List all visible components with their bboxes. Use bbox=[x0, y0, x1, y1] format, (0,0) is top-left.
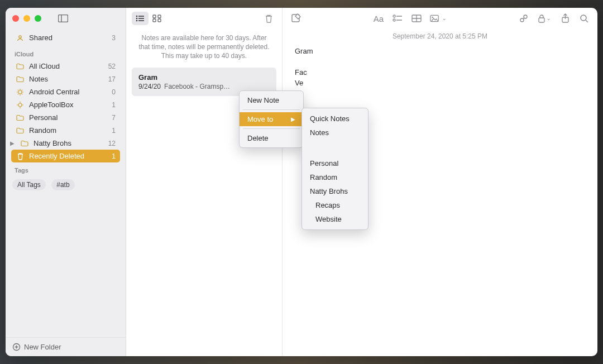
svg-rect-0 bbox=[59, 15, 68, 22]
list-view-button[interactable] bbox=[132, 12, 149, 25]
sidebar-shared-label: Shared bbox=[29, 33, 52, 42]
lock-button[interactable]: ⌄ bbox=[537, 13, 552, 24]
note-body[interactable]: Gram Fac Ve bbox=[283, 46, 597, 89]
gallery-view-button[interactable] bbox=[149, 12, 165, 25]
note-body-line: Fac bbox=[295, 67, 585, 78]
sidebar-item-random[interactable]: Random 1 bbox=[11, 124, 120, 137]
ctx-move-to[interactable]: Move to▶ bbox=[240, 112, 303, 126]
note-cell-date: 9/24/20 bbox=[138, 83, 161, 90]
sidebar-heading-icloud: iCloud bbox=[11, 46, 120, 60]
svg-rect-28 bbox=[153, 19, 156, 22]
zoom-window-button[interactable] bbox=[35, 15, 41, 22]
compose-icon bbox=[291, 13, 301, 23]
link-button[interactable] bbox=[518, 13, 529, 24]
notes-list-pane: Notes are available here for 30 days. Af… bbox=[126, 8, 283, 356]
toggle-sidebar-button[interactable] bbox=[56, 12, 70, 25]
share-icon bbox=[561, 13, 570, 23]
search-button[interactable] bbox=[578, 13, 590, 24]
new-folder-label: New Folder bbox=[24, 343, 61, 351]
chevron-down-icon: ⌄ bbox=[442, 16, 447, 21]
svg-point-39 bbox=[432, 17, 433, 18]
ctx-new-note[interactable]: New Note bbox=[240, 93, 303, 107]
sidebar-item-label: Personal bbox=[29, 113, 58, 122]
table-button[interactable] bbox=[411, 13, 422, 24]
sidebar-item-count: 17 bbox=[108, 75, 116, 83]
compose-button[interactable] bbox=[290, 13, 302, 24]
sidebar-item-natty-brohs[interactable]: ▶ Natty Brohs 12 bbox=[11, 137, 120, 150]
sidebar-item-android-central[interactable]: Android Central 0 bbox=[11, 85, 120, 98]
lock-icon bbox=[538, 14, 545, 23]
minimize-window-button[interactable] bbox=[23, 15, 30, 22]
svg-point-45 bbox=[581, 15, 586, 21]
chevron-down-icon: ⌄ bbox=[547, 16, 551, 21]
sidebar-item-count: 1 bbox=[112, 127, 116, 135]
sidebar-item-count: 12 bbox=[108, 140, 116, 147]
sidebar-shared-count: 3 bbox=[112, 34, 116, 42]
window-titlebar bbox=[6, 8, 126, 29]
checklist-icon bbox=[393, 15, 403, 22]
svg-rect-29 bbox=[158, 19, 161, 22]
chevron-right-icon[interactable]: ▶ bbox=[10, 140, 16, 146]
list-toolbar bbox=[126, 8, 282, 29]
folder-icon bbox=[16, 76, 25, 83]
sidebar-item-personal[interactable]: Personal 7 bbox=[11, 111, 120, 124]
tag-all[interactable]: All Tags bbox=[12, 179, 46, 190]
svg-line-46 bbox=[586, 20, 588, 22]
chevron-right-icon: ▶ bbox=[291, 116, 295, 122]
gear-icon bbox=[16, 101, 25, 109]
share-button[interactable] bbox=[559, 13, 571, 24]
ctx-sub-notes[interactable]: Notes bbox=[302, 126, 368, 140]
sidebar-section-icloud: iCloud All iCloud 52 Notes 17 Android Ce… bbox=[6, 44, 126, 162]
ctx-delete[interactable]: Delete bbox=[240, 131, 303, 145]
trash-icon bbox=[265, 14, 273, 23]
note-cell-title: Gram bbox=[138, 73, 270, 82]
ctx-sub-recaps[interactable]: Recaps bbox=[302, 198, 368, 212]
svg-line-10 bbox=[18, 93, 18, 94]
svg-point-33 bbox=[393, 19, 395, 21]
tag-atb[interactable]: #atb bbox=[51, 179, 74, 190]
deleted-info-text: Notes are available here for 30 days. Af… bbox=[126, 29, 282, 68]
sidebar-item-notes[interactable]: Notes 17 bbox=[11, 73, 120, 85]
app-window: Shared 3 iCloud All iCloud 52 Notes 17 A… bbox=[6, 8, 597, 356]
ctx-sub-website[interactable]: Website bbox=[302, 212, 368, 226]
sidebar-item-appletoolbox[interactable]: AppleToolBox 1 bbox=[11, 98, 120, 111]
format-button[interactable]: Aa bbox=[373, 13, 384, 24]
sidebar-item-all-icloud[interactable]: All iCloud 52 bbox=[11, 60, 120, 73]
checklist-button[interactable] bbox=[392, 13, 403, 24]
sidebar-item-label: Random bbox=[29, 126, 56, 135]
ctx-separator bbox=[243, 109, 300, 110]
note-cell-preview: Facebook - Gramsp… bbox=[164, 83, 230, 90]
list-icon bbox=[135, 15, 145, 22]
svg-point-3 bbox=[18, 90, 22, 94]
svg-line-8 bbox=[18, 89, 18, 90]
new-folder-button[interactable]: New Folder bbox=[6, 337, 126, 356]
folder-icon bbox=[16, 63, 25, 70]
sidebar-item-recently-deleted[interactable]: Recently Deleted 1 bbox=[11, 150, 120, 162]
close-window-button[interactable] bbox=[12, 15, 19, 22]
shared-icon bbox=[16, 34, 25, 42]
sidebar-item-count: 7 bbox=[112, 114, 116, 122]
editor-toolbar: Aa ⌄ ⌄ bbox=[283, 8, 597, 29]
ctx-sub-quick-notes[interactable]: Quick Notes bbox=[302, 112, 368, 126]
media-button[interactable]: ⌄ bbox=[430, 13, 447, 24]
sidebar-item-label: Android Central bbox=[29, 88, 79, 96]
ctx-sub-natty-brohs[interactable]: Natty Brohs bbox=[302, 184, 368, 198]
plus-circle-icon bbox=[12, 343, 21, 351]
sidebar-item-count: 1 bbox=[112, 101, 116, 109]
sidebar-shared[interactable]: Shared 3 bbox=[11, 31, 120, 44]
folder-icon bbox=[16, 127, 25, 134]
svg-point-21 bbox=[136, 18, 138, 20]
svg-point-12 bbox=[18, 103, 22, 107]
link-icon bbox=[519, 13, 529, 23]
svg-point-31 bbox=[393, 15, 395, 17]
photo-icon bbox=[430, 15, 441, 22]
svg-point-22 bbox=[136, 20, 138, 22]
sidebar-item-label: Natty Brohs bbox=[34, 139, 71, 147]
delete-note-button[interactable] bbox=[261, 12, 276, 25]
ctx-sub-random[interactable]: Random bbox=[302, 170, 368, 184]
search-icon bbox=[580, 14, 589, 23]
ctx-sub-personal[interactable]: Personal bbox=[302, 156, 368, 170]
view-mode-segment bbox=[132, 12, 165, 25]
folder-icon bbox=[16, 114, 25, 121]
sidebar-item-label: All iCloud bbox=[29, 62, 60, 70]
